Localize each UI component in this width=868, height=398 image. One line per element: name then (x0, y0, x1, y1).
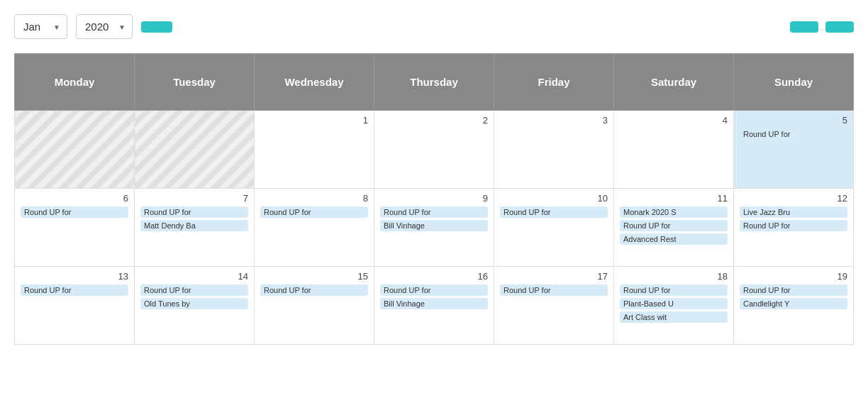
year-select-wrapper: 2019 2020 2021 2022 (76, 14, 133, 39)
event-pill[interactable]: Round UP for (500, 206, 608, 218)
calendar-cell-17: 17Round UP for (494, 267, 614, 345)
event-pill[interactable]: Round UP for (740, 284, 847, 296)
event-pill[interactable]: Advanced Rest (620, 233, 728, 245)
calendar-cell-16: 16Round UP forBill Vinhage (374, 267, 494, 345)
month-select[interactable]: Jan Feb Mar Apr May Jun Jul Aug Sep Oct … (14, 14, 67, 39)
event-pill[interactable]: Candlelight Y (740, 298, 847, 309)
calendar-cell-6: 6Round UP for (15, 189, 135, 267)
event-pill[interactable]: Bill Vinhage (380, 298, 488, 309)
event-pill[interactable]: Round UP for (21, 206, 128, 218)
event-pill[interactable]: Round UP for (260, 284, 368, 296)
cell-date-number: 9 (380, 193, 488, 204)
event-pill[interactable]: Round UP for (500, 284, 608, 296)
event-pill[interactable]: Old Tunes by (140, 298, 248, 309)
calendar-header-monday: Monday (15, 54, 135, 111)
event-pill[interactable]: Round UP for (740, 220, 847, 231)
go-button[interactable] (141, 21, 172, 33)
calendar-cell-1: 1 (255, 111, 374, 189)
calendar-cell-3: 3 (494, 111, 614, 189)
event-pill[interactable]: Round UP for (140, 206, 248, 218)
cell-date-number: 10 (500, 193, 608, 204)
cell-date-number: 2 (380, 115, 488, 126)
calendar-cell-empty-0 (15, 111, 135, 189)
calendar-header-wednesday: Wednesday (255, 54, 374, 111)
cell-date-number: 17 (500, 271, 608, 282)
month-select-wrapper: Jan Feb Mar Apr May Jun Jul Aug Sep Oct … (14, 14, 67, 39)
previous-button[interactable] (790, 21, 818, 33)
event-pill[interactable]: Round UP for (740, 128, 847, 140)
calendar-cell-10: 10Round UP for (494, 189, 614, 267)
event-pill[interactable]: Monark 2020 S (620, 206, 728, 218)
cell-date-number: 4 (620, 115, 728, 126)
calendar-header-thursday: Thursday (374, 54, 494, 111)
cell-date-number: 16 (380, 271, 488, 282)
cell-date-number: 19 (740, 271, 847, 282)
calendar-cell-19: 19Round UP forCandlelight Y (734, 267, 854, 345)
event-pill[interactable]: Round UP for (380, 206, 488, 218)
event-pill[interactable]: Bill Vinhage (380, 220, 488, 231)
calendar-cell-empty-1 (135, 111, 255, 189)
calendar-header-row: MondayTuesdayWednesdayThursdayFridaySatu… (15, 54, 854, 111)
event-pill[interactable]: Plant-Based U (620, 298, 728, 309)
calendar-cell-14: 14Round UP forOld Tunes by (135, 267, 255, 345)
calendar-cell-2: 2 (374, 111, 494, 189)
cell-date-number: 11 (620, 193, 728, 204)
event-pill[interactable]: Round UP for (140, 284, 248, 296)
cell-date-number: 14 (140, 271, 248, 282)
event-pill[interactable]: Matt Dendy Ba (140, 220, 248, 231)
calendar-header-friday: Friday (494, 54, 614, 111)
calendar-week-2: 6Round UP for7Round UP forMatt Dendy Ba8… (15, 189, 854, 267)
event-pill[interactable]: Round UP for (21, 284, 128, 296)
calendar-cell-15: 15Round UP for (255, 267, 374, 345)
calendar-week-3: 13Round UP for14Round UP forOld Tunes by… (15, 267, 854, 345)
top-bar-left: Jan Feb Mar Apr May Jun Jul Aug Sep Oct … (14, 14, 172, 39)
calendar-header-sunday: Sunday (734, 54, 854, 111)
calendar-cell-4: 4 (614, 111, 734, 189)
cell-date-number: 6 (21, 193, 128, 204)
calendar-cell-11: 11Monark 2020 SRound UP forAdvanced Rest (614, 189, 734, 267)
calendar-week-1: 12345Round UP for (15, 111, 854, 189)
calendar-cell-12: 12Live Jazz BruRound UP for (734, 189, 854, 267)
calendar-table: MondayTuesdayWednesdayThursdayFridaySatu… (14, 53, 854, 345)
calendar-cell-7: 7Round UP forMatt Dendy Ba (135, 189, 255, 267)
event-pill[interactable]: Round UP for (620, 284, 728, 296)
top-bar-right (790, 21, 854, 33)
cell-date-number: 13 (21, 271, 128, 282)
cell-date-number: 8 (260, 193, 368, 204)
cell-date-number: 1 (260, 115, 368, 126)
event-pill[interactable]: Art Class wit (620, 311, 728, 323)
calendar-cell-9: 9Round UP forBill Vinhage (374, 189, 494, 267)
calendar-cell-8: 8Round UP for (255, 189, 374, 267)
calendar-cell-18: 18Round UP forPlant-Based UArt Class wit (614, 267, 734, 345)
next-button[interactable] (825, 21, 854, 33)
event-pill[interactable]: Round UP for (620, 220, 728, 231)
cell-date-number: 7 (140, 193, 248, 204)
cell-date-number: 3 (500, 115, 608, 126)
calendar-header-tuesday: Tuesday (135, 54, 255, 111)
calendar-cell-13: 13Round UP for (15, 267, 135, 345)
event-pill[interactable]: Round UP for (380, 284, 488, 296)
year-select[interactable]: 2019 2020 2021 2022 (76, 14, 133, 39)
cell-date-number: 5 (740, 115, 847, 126)
event-pill[interactable]: Round UP for (260, 206, 368, 218)
top-bar: Jan Feb Mar Apr May Jun Jul Aug Sep Oct … (14, 14, 854, 39)
event-pill[interactable]: Live Jazz Bru (740, 206, 847, 218)
calendar-header-saturday: Saturday (614, 54, 734, 111)
cell-date-number: 18 (620, 271, 728, 282)
cell-date-number: 12 (740, 193, 847, 204)
cell-date-number: 15 (260, 271, 368, 282)
calendar-cell-5: 5Round UP for (734, 111, 854, 189)
